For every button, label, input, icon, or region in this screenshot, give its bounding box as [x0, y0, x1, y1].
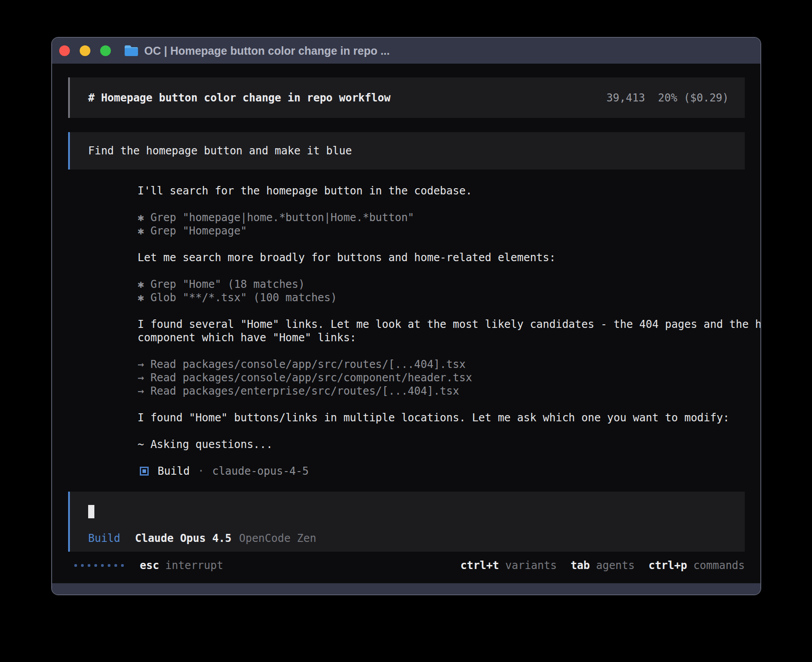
folder-icon [124, 45, 138, 57]
text-cursor [88, 505, 94, 518]
session-title: # Homepage button color change in repo w… [88, 92, 390, 104]
agent-name: Build [158, 464, 190, 478]
terminal-body: # Homepage button color change in repo w… [52, 64, 760, 583]
tool-call-grep: ✱ Grep "homepage|home.*button|Home.*butt… [138, 211, 761, 224]
window-controls [59, 45, 111, 56]
hint-key: ctrl+p [649, 559, 687, 572]
status-left: esc interrupt [74, 559, 223, 572]
assistant-text: I found "Home" buttons/links in multiple… [138, 411, 761, 424]
input-meta: Build Claude Opus 4.5 OpenCode Zen [88, 532, 729, 545]
hint-agents: tab agents [571, 559, 635, 572]
assistant-text: I'll search for the homepage button in t… [138, 184, 761, 198]
esc-key-hint: esc [140, 559, 159, 572]
terminal-window: OC | Homepage button color change in rep… [51, 37, 761, 595]
window-bottom-strip [52, 583, 760, 594]
hint-commands: ctrl+p commands [649, 559, 745, 572]
agent-build-icon [140, 467, 149, 476]
session-header: # Homepage button color change in repo w… [68, 77, 745, 118]
tool-call-read: → Read packages/enterprise/src/routes/[.… [138, 384, 761, 398]
hint-label: commands [693, 559, 745, 572]
hint-key: tab [571, 559, 590, 572]
agent-separator: · [198, 464, 204, 478]
tool-call-grep: ✱ Grep "Homepage" [138, 224, 761, 238]
agent-badge[interactable]: Build [88, 532, 120, 545]
tool-call-read: → Read packages/console/app/src/componen… [138, 371, 761, 384]
token-count: 39,413 [606, 92, 645, 104]
maximize-button[interactable] [100, 45, 111, 56]
model-name: Claude Opus 4.5 [135, 532, 231, 545]
provider-name: OpenCode Zen [239, 532, 316, 545]
hint-variants: ctrl+t variants [460, 559, 556, 572]
titlebar[interactable]: OC | Homepage button color change in rep… [52, 38, 760, 64]
status-right: ctrl+t variants tab agents ctrl+p comman… [447, 559, 745, 572]
hint-key: ctrl+t [460, 559, 499, 572]
assistant-text: I found several "Home" links. Let me loo… [138, 318, 761, 344]
agent-model: claude-opus-4-5 [212, 464, 309, 478]
conversation: I'll search for the homepage button in t… [138, 184, 761, 478]
tool-call-read: → Read packages/console/app/src/routes/[… [138, 358, 761, 371]
working-status: ~ Asking questions... [138, 438, 761, 451]
context-usage: 20% ($0.29) [658, 92, 729, 104]
minimize-button[interactable] [80, 45, 90, 56]
prompt-input[interactable]: Build Claude Opus 4.5 OpenCode Zen [68, 492, 745, 552]
interrupt-label: interrupt [165, 559, 223, 572]
loading-indicator [74, 564, 124, 567]
status-bar: esc interrupt ctrl+t variants tab agents… [74, 559, 745, 572]
session-stats: 39,413 20% ($0.29) [606, 92, 729, 104]
hint-label: variants [505, 559, 557, 572]
user-message-text: Find the homepage button and make it blu… [88, 145, 352, 157]
close-button[interactable] [59, 45, 70, 56]
tool-call-grep: ✱ Grep "Home" (18 matches) [138, 278, 761, 291]
agent-status-row: Build · claude-opus-4-5 [138, 464, 761, 478]
assistant-text: Let me search more broadly for buttons a… [138, 251, 761, 264]
window-title: OC | Homepage button color change in rep… [144, 44, 390, 57]
user-message: Find the homepage button and make it blu… [68, 132, 745, 170]
tool-call-glob: ✱ Glob "**/*.tsx" (100 matches) [138, 291, 761, 304]
hint-label: agents [596, 559, 635, 572]
